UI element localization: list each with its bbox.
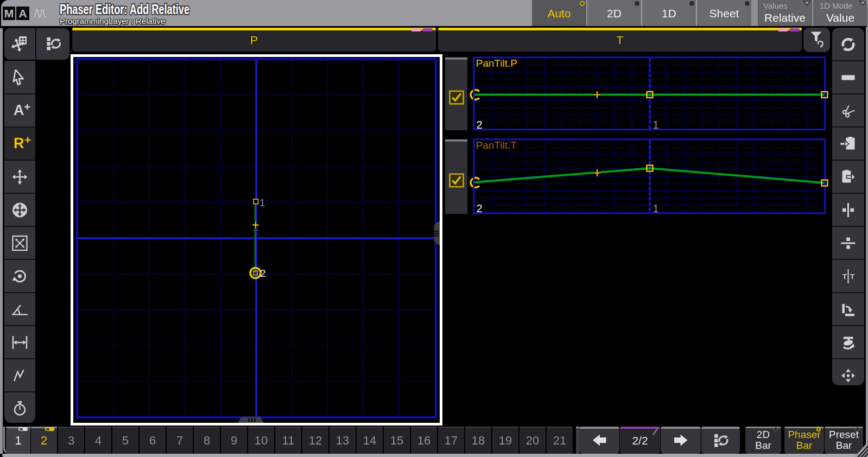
svg-text:1: 1 — [653, 202, 659, 214]
svg-text:2: 2 — [477, 119, 483, 131]
svg-text:T: T — [850, 272, 854, 280]
svg-text:T: T — [842, 272, 847, 280]
svg-text:1: 1 — [653, 119, 659, 131]
svg-text:PanTilt.P: PanTilt.P — [476, 58, 517, 69]
svg-text:PanTilt.T: PanTilt.T — [476, 139, 517, 151]
svg-text:2: 2 — [260, 268, 266, 279]
svg-text:1: 1 — [259, 197, 265, 208]
svg-text:2: 2 — [477, 202, 483, 214]
